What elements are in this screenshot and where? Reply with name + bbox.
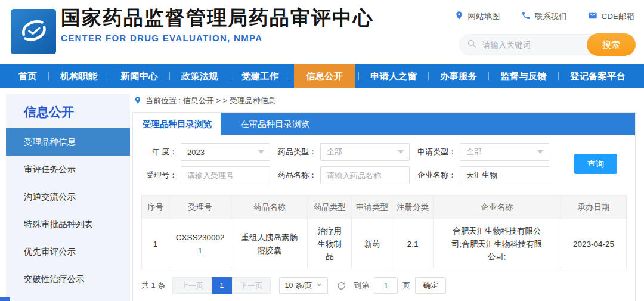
results-table: 序号 受理号 药品名称 药品类型 申请类型 注册分类 企业名称 承办日期 1: [141, 195, 627, 269]
nav-item-registration-platform[interactable]: 登记备案平台: [562, 64, 633, 88]
nav-divider: [230, 72, 230, 80]
page-size-select[interactable]: 10 条/页: [279, 277, 328, 294]
cell-index: 1: [142, 219, 169, 269]
next-page-button[interactable]: 下一页: [232, 277, 271, 294]
search-icon: [467, 39, 476, 51]
nav-item-applicant-window[interactable]: 申请人之窗: [363, 64, 425, 88]
content-area: 当前位置 : 信息公开 > > 受理品种信息 受理品种目录浏览 在审品种目录浏览…: [132, 94, 636, 301]
drug-type-select-value: 全部: [327, 147, 342, 157]
table-header-row: 序号 受理号 药品名称 药品类型 申请类型 注册分类 企业名称 承办日期: [142, 196, 627, 219]
tab-under-review-catalog[interactable]: 在审品种目录浏览: [221, 113, 329, 135]
drug-name-input[interactable]: [320, 166, 410, 184]
prev-page-button[interactable]: 上一页: [172, 277, 212, 294]
company-name-label: 企业名称：: [416, 170, 460, 181]
bottom-left-accent: [0, 297, 10, 301]
nav-item-supervision-feedback[interactable]: 监督与反馈: [493, 64, 555, 88]
goto-unit: 页: [402, 280, 410, 291]
sidebar: 信息公开 受理品种信息 审评任务公示 沟通交流公示 特殊审批品种列表 优先审评公…: [6, 94, 130, 301]
site-title: 国家药品监督管理局药品审评中心: [61, 5, 374, 31]
contact-us-link[interactable]: 联系我们: [521, 11, 566, 22]
cell-application-type: 新药: [352, 219, 392, 269]
pagination: 共 1 条 上一页 1 下一页 10 条/页: [141, 277, 627, 294]
company-name-input[interactable]: [460, 166, 549, 184]
cell-acceptance-number: CXSS2300021: [169, 219, 231, 269]
goto-label: 到第: [354, 280, 369, 291]
cell-registration-class: 2.1: [392, 219, 433, 269]
cell-acceptance-date: 2023-04-25: [561, 219, 626, 269]
nav-divider: [428, 72, 429, 80]
nav-divider: [358, 72, 359, 80]
nav-divider: [48, 72, 49, 80]
filter-row-1: 年 度： 2023 药品类型： 全部: [137, 143, 564, 161]
confirm-button[interactable]: 确定: [415, 277, 446, 294]
cell-drug-type: 治疗用生物制品: [308, 219, 352, 269]
sidebar-item-special-approval[interactable]: 特殊审批品种列表: [6, 210, 130, 238]
nav-item-policies[interactable]: 政策法规: [174, 64, 226, 88]
nav-divider: [488, 72, 489, 80]
refresh-icon[interactable]: [336, 281, 346, 291]
location-pin-icon: [454, 11, 464, 22]
filter-group-drug-type: 药品类型： 全部: [276, 143, 416, 161]
sidebar-item-priority-review[interactable]: 优先审评公示: [6, 238, 130, 265]
cde-swoosh-icon: [16, 13, 51, 50]
sidebar-item-accepted-varieties[interactable]: 受理品种信息: [6, 128, 130, 156]
nav-item-functions[interactable]: 机构职能: [52, 64, 105, 88]
nav-item-information-disclosure[interactable]: 信息公开: [294, 64, 355, 88]
query-button[interactable]: 查询: [574, 154, 617, 174]
goto-page-group: 到第 页 确定: [354, 277, 446, 294]
main-nav: 首页 机构职能 新闻中心 政策法规 党建工作 信息公开 申请人之窗 办事服务 监…: [0, 64, 644, 88]
acceptance-number-input[interactable]: [181, 166, 270, 184]
cde-mail-link[interactable]: CDE邮箱: [588, 11, 634, 22]
header-quick-links: 网站地图 联系我们 CDE邮箱: [454, 11, 634, 22]
sitemap-link[interactable]: 网站地图: [454, 11, 500, 22]
keyword-search-input[interactable]: [481, 40, 565, 50]
sidebar-title: 信息公开: [6, 94, 130, 128]
nav-item-home[interactable]: 首页: [11, 64, 45, 88]
nav-item-news[interactable]: 新闻中心: [113, 64, 165, 88]
nav-item-services[interactable]: 办事服务: [432, 64, 485, 88]
acceptance-number-label: 受理号：: [137, 170, 181, 181]
nav-divider: [169, 72, 170, 80]
year-label: 年 度：: [137, 147, 181, 157]
col-registration-class: 注册分类: [392, 196, 433, 219]
drug-name-label: 药品名称：: [276, 170, 320, 181]
tab-accepted-catalog[interactable]: 受理品种目录浏览: [133, 113, 221, 135]
page: 国家药品监督管理局药品审评中心 CENTER FOR DRUG EVALUATI…: [0, 0, 644, 301]
cell-drug-name: 重组人胰岛素肠溶胶囊: [231, 219, 308, 269]
cde-mail-link-label: CDE邮箱: [601, 11, 634, 22]
col-index: 序号: [142, 196, 169, 219]
tab-bar: 受理品种目录浏览 在审品种目录浏览: [133, 113, 635, 135]
year-select-value: 2023: [187, 148, 205, 157]
pagination-buttons: 上一页 1 下一页: [172, 277, 271, 294]
drug-type-label: 药品类型：: [276, 147, 320, 157]
site-title-block: 国家药品监督管理局药品审评中心 CENTER FOR DRUG EVALUATI…: [61, 5, 374, 43]
nav-divider: [290, 72, 290, 80]
goto-page-input[interactable]: [374, 277, 398, 294]
col-company-name: 企业名称: [433, 196, 561, 219]
drug-type-select[interactable]: 全部: [320, 143, 410, 161]
chevron-down-icon: [398, 150, 404, 154]
body-wrap: 信息公开 受理品种信息 审评任务公示 沟通交流公示 特殊审批品种列表 优先审评公…: [0, 88, 644, 301]
current-page-button[interactable]: 1: [212, 277, 232, 294]
sidebar-item-breakthrough-therapy[interactable]: 突破性治疗公示: [6, 265, 130, 293]
nav-item-party-building[interactable]: 党建工作: [234, 64, 286, 88]
col-acceptance-date: 承办日期: [561, 196, 626, 219]
envelope-icon: [588, 11, 597, 22]
sidebar-item-review-tasks[interactable]: 审评任务公示: [6, 156, 130, 183]
cde-logo[interactable]: [11, 9, 56, 54]
chevron-down-icon: [537, 150, 543, 154]
search-button[interactable]: 搜索: [587, 33, 636, 56]
year-select[interactable]: 2023: [181, 143, 270, 161]
filter-group-company-name: 企业名称：: [416, 166, 555, 184]
site-header: 国家药品监督管理局药品审评中心 CENTER FOR DRUG EVALUATI…: [0, 0, 644, 64]
application-type-select[interactable]: 全部: [460, 143, 549, 161]
chevron-down-icon: [316, 281, 323, 290]
breadcrumb-text: 当前位置 : 信息公开 > > 受理品种信息: [145, 95, 276, 106]
nav-divider: [109, 72, 109, 80]
filter-group-year: 年 度： 2023: [137, 143, 276, 161]
sidebar-item-three-in-one[interactable]: 三合一序列公示: [6, 293, 130, 301]
application-type-select-value: 全部: [466, 147, 482, 157]
sidebar-item-communication[interactable]: 沟通交流公示: [6, 183, 130, 210]
content-panel: 受理品种目录浏览 在审品种目录浏览 年 度： 2023 药品: [132, 112, 636, 301]
contact-us-link-label: 联系我们: [534, 11, 566, 22]
